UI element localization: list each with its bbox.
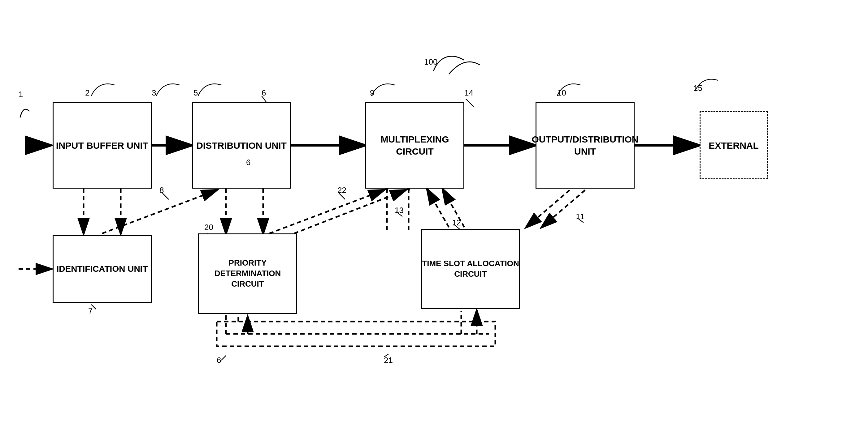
priority-block: PRIORITY DETERMINATION CIRCUIT [198, 234, 297, 314]
ref-15: 15 [693, 83, 703, 93]
ref-9: 9 [370, 88, 374, 98]
input-buffer-block: INPUT BUFFER UNIT [53, 102, 152, 188]
ref-7: 7 [88, 306, 93, 316]
ref-22: 22 [337, 185, 346, 195]
ref-6b: 6 [246, 158, 250, 167]
multiplexing-block: MULTIPLEXING CIRCUIT [365, 102, 464, 188]
svg-line-10 [102, 190, 217, 234]
ref-13: 13 [395, 206, 404, 215]
timeslot-block: TIME SLOT ALLOCATION CIRCUIT [421, 229, 520, 309]
ref-14: 14 [464, 88, 473, 98]
diagram-svg [0, 0, 868, 448]
ref-20: 20 [204, 222, 213, 232]
ref-2: 2 [85, 88, 90, 98]
identification-block: IDENTIFICATION UNIT [53, 235, 152, 303]
svg-line-32 [466, 99, 474, 107]
output-dist-block: OUTPUT/DISTRIBUTION UNIT [535, 102, 634, 188]
ref-10: 10 [557, 88, 566, 98]
svg-line-14 [294, 190, 405, 234]
ref-8: 8 [159, 185, 164, 195]
diagram-container: INPUT BUFFER UNIT DISTRIBUTION UNIT MULT… [0, 0, 868, 448]
ref-3: 3 [152, 88, 156, 98]
external-block: EXTERNAL [700, 111, 768, 179]
ref-100: 100 [424, 57, 437, 67]
ref-11: 11 [576, 212, 585, 221]
ref-5: 5 [193, 88, 198, 98]
ref-6c: 6 [217, 355, 221, 365]
svg-line-41 [221, 355, 226, 360]
svg-line-13 [269, 190, 384, 234]
distribution-block: DISTRIBUTION UNIT [192, 102, 291, 188]
ref-21: 21 [384, 355, 393, 365]
ref-6a: 6 [261, 88, 266, 98]
ref-1: 1 [19, 90, 23, 99]
ref-12: 12 [452, 218, 461, 228]
